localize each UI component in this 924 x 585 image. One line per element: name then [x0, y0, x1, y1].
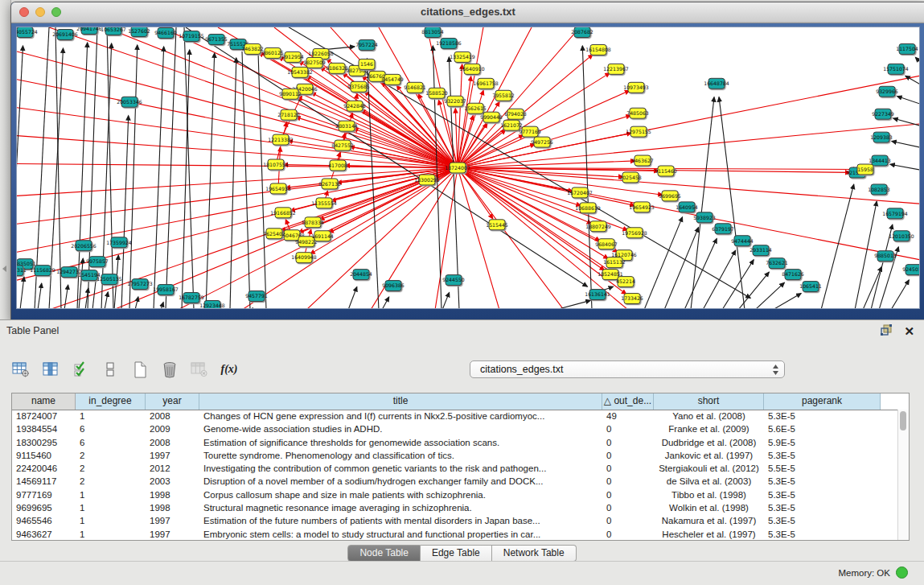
table-cell[interactable]: 0 — [602, 422, 654, 435]
table-cell[interactable]: Genome-wide association studies in ADHD. — [199, 422, 602, 435]
table-cell[interactable]: Changes of HCN gene expression and I(f) … — [199, 410, 602, 422]
table-cell[interactable]: 0 — [602, 436, 654, 449]
column-header-pagerank[interactable]: pagerank — [764, 393, 881, 410]
table-row[interactable]: 1830029562008Estimation of significance … — [12, 436, 898, 449]
table-cell[interactable]: 2012 — [146, 462, 199, 475]
memory-status-indicator[interactable] — [896, 566, 908, 579]
table-cell[interactable]: 5.3E-5 — [764, 475, 881, 488]
table-cell[interactable]: 0 — [602, 475, 654, 488]
table-cell[interactable]: 1998 — [146, 501, 199, 514]
table-cell[interactable]: Tibbo et al. (1998) — [654, 488, 764, 501]
table-cell[interactable]: 2 — [76, 475, 146, 488]
table-cell[interactable]: 9463627 — [12, 528, 76, 540]
table-cell[interactable]: 22420046 — [12, 462, 76, 475]
table-row[interactable]: 977716911998Corpus callosum shape and si… — [12, 488, 898, 501]
table-cell[interactable]: Corpus callosum shape and size in male p… — [199, 488, 602, 501]
table-cell[interactable]: 2009 — [146, 422, 199, 435]
table-row[interactable]: 946554611997Estimation of the future num… — [12, 514, 898, 527]
new-table-button[interactable] — [130, 360, 150, 379]
delete-table-button[interactable] — [190, 360, 209, 379]
column-header-short[interactable]: short — [654, 393, 764, 410]
table-cell[interactable]: 0 — [602, 462, 654, 475]
table-row[interactable]: 911546021997Tourette syndrome. Phenomeno… — [12, 449, 898, 462]
table-cell[interactable]: 1997 — [146, 528, 199, 540]
table-cell[interactable]: Structural magnetic resonance image aver… — [199, 501, 602, 514]
table-cell[interactable]: 5.9E-5 — [764, 436, 881, 449]
table-cell[interactable]: 5.3E-5 — [764, 514, 881, 527]
function-builder-button[interactable]: f(x) — [220, 360, 239, 379]
table-cell[interactable]: 6 — [76, 422, 146, 435]
delete-columns-button[interactable] — [160, 360, 179, 379]
table-cell[interactable]: 49 — [602, 410, 654, 422]
table-cell[interactable]: 5.3E-5 — [764, 410, 881, 422]
table-cell[interactable]: 0 — [602, 514, 654, 527]
panel-expand-handle[interactable] — [2, 266, 6, 272]
merge-tables-button[interactable] — [101, 360, 120, 379]
table-cell[interactable]: 2 — [76, 449, 146, 462]
table-cell[interactable]: 5.3E-5 — [764, 449, 881, 462]
table-cell[interactable]: 6 — [76, 436, 146, 449]
table-cell[interactable]: 0 — [602, 449, 654, 462]
column-header-out_de[interactable]: △ out_de... — [602, 393, 654, 410]
table-cell[interactable]: 1997 — [146, 514, 199, 527]
table-cell[interactable]: 1 — [76, 488, 146, 501]
table-cell[interactable]: 2003 — [146, 475, 199, 488]
table-cell[interactable]: 0 — [602, 488, 654, 501]
table-row[interactable]: 969969511998Structural magnetic resonanc… — [12, 501, 898, 514]
table-cell[interactable]: 0 — [602, 501, 654, 514]
table-cell[interactable]: Jankovic et al. (1997) — [654, 449, 764, 462]
table-settings-button[interactable] — [11, 360, 31, 379]
table-cell[interactable]: 1 — [76, 501, 146, 514]
tab-edge-table[interactable]: Edge Table — [421, 545, 492, 562]
table-row[interactable]: 1938455462009Genome-wide association stu… — [12, 422, 898, 435]
table-cell[interactable]: de Silva et al. (2003) — [654, 475, 764, 488]
table-cell[interactable]: 9699695 — [12, 501, 76, 514]
table-cell[interactable]: 5.3E-5 — [764, 528, 881, 540]
window-titlebar[interactable]: citations_edges.txt — [11, 2, 924, 23]
table-cell[interactable]: 9465546 — [12, 514, 76, 527]
network-canvas[interactable]: 1405572420691406209417461065326715276029… — [16, 27, 920, 309]
table-cell[interactable]: 14569117 — [12, 475, 76, 488]
column-header-name[interactable]: name — [12, 393, 76, 410]
column-header-in_degree[interactable]: in_degree — [76, 393, 146, 410]
table-cell[interactable]: Stergiakouli et al. (2012) — [654, 462, 764, 475]
table-cell[interactable]: 2 — [76, 462, 146, 475]
table-cell[interactable]: Embryonic stem cells: a model to study s… — [199, 528, 602, 540]
table-row[interactable]: 1872400712008Changes of HCN gene express… — [12, 410, 898, 422]
table-selector[interactable]: citations_edges.txt — [470, 360, 785, 378]
table-cell[interactable]: 1 — [76, 410, 146, 422]
table-cell[interactable]: 2008 — [146, 410, 199, 422]
table-cell[interactable]: 9777169 — [12, 488, 76, 501]
table-cell[interactable]: 5.5E-5 — [764, 462, 881, 475]
table-cell[interactable]: 5.6E-5 — [764, 422, 881, 435]
table-cell[interactable]: 18724007 — [12, 410, 76, 422]
tab-node-table[interactable]: Node Table — [347, 545, 421, 562]
collapsed-control-panel[interactable] — [0, 0, 11, 319]
table-cell[interactable]: Dudbridge et al. (2008) — [654, 436, 764, 449]
table-cell[interactable]: 1997 — [146, 449, 199, 462]
table-cell[interactable]: Hescheler et al. (1997) — [654, 528, 764, 540]
table-cell[interactable]: 1 — [76, 528, 146, 540]
table-row[interactable]: 1456911722003Disruption of a novel membe… — [12, 475, 898, 488]
tab-network-table[interactable]: Network Table — [492, 545, 577, 562]
close-panel-button[interactable]: ✕ — [904, 325, 914, 338]
table-cell[interactable]: Wolkin et al. (1998) — [654, 501, 764, 514]
table-cell[interactable]: 1998 — [146, 488, 199, 501]
show-columns-button[interactable] — [41, 360, 60, 379]
table-cell[interactable]: Investigating the contribution of common… — [199, 462, 602, 475]
column-header-year[interactable]: year — [146, 393, 199, 410]
table-cell[interactable]: 9115460 — [12, 449, 76, 462]
table-cell[interactable]: Disruption of a novel member of a sodium… — [199, 475, 602, 488]
table-cell[interactable]: 0 — [602, 528, 654, 540]
table-cell[interactable]: Estimation of significance thresholds fo… — [199, 436, 602, 449]
table-cell[interactable]: 19384554 — [12, 422, 76, 435]
float-panel-button[interactable] — [880, 323, 893, 340]
table-cell[interactable]: 18300295 — [12, 436, 76, 449]
table-cell[interactable]: Tourette syndrome. Phenomenology and cla… — [199, 449, 602, 462]
table-row[interactable]: 946362711997Embryonic stem cells: a mode… — [12, 528, 898, 540]
table-cell[interactable]: 1 — [76, 514, 146, 527]
table-cell[interactable]: Nakamura et al. (1997) — [654, 514, 764, 527]
table-row[interactable]: 2242004622012Investigating the contribut… — [12, 462, 898, 475]
column-header-title[interactable]: title — [199, 393, 602, 410]
table-cell[interactable]: 5.3E-5 — [764, 501, 881, 514]
